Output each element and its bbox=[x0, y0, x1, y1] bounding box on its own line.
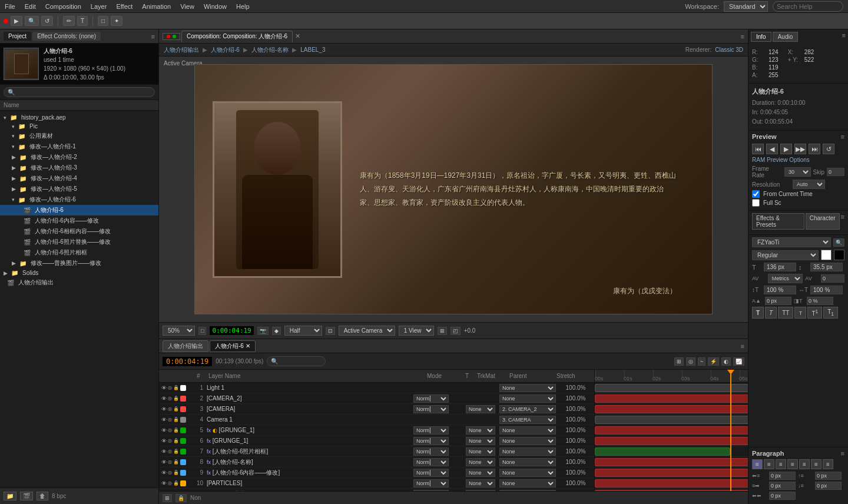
layer-row[interactable]: 👁 ◎ 🔒 7 fx [人物介绍-6照片相框] Normǀ None None … bbox=[159, 446, 594, 457]
timeline-graph-btn[interactable]: 📈 bbox=[733, 357, 744, 366]
tree-item[interactable]: 🎬人物介绍输出 bbox=[0, 277, 158, 288]
tracking-input[interactable] bbox=[821, 274, 844, 283]
parent-select-5[interactable]: None bbox=[499, 437, 556, 445]
indent-right-input[interactable] bbox=[769, 482, 796, 490]
menu-window[interactable]: Window bbox=[204, 3, 227, 10]
region-btn[interactable]: ⊡ bbox=[326, 327, 335, 335]
tree-item[interactable]: ▶📁修改—人物介绍-2 bbox=[0, 152, 158, 163]
toolbar-rotate[interactable]: ↺ bbox=[41, 16, 53, 26]
track-row-7[interactable] bbox=[595, 457, 748, 467]
layer-lock-6[interactable]: 🔒 bbox=[173, 449, 179, 454]
font-style-select[interactable]: Regular Bold Italic bbox=[752, 250, 819, 260]
info-tab[interactable]: Info bbox=[751, 32, 771, 42]
font-size-input[interactable] bbox=[764, 263, 796, 271]
toolbar-text[interactable]: T bbox=[77, 16, 88, 26]
transparency-btn[interactable]: ◰ bbox=[450, 327, 461, 335]
layer-lock-5[interactable]: 🔒 bbox=[173, 438, 179, 443]
track-bar-9[interactable] bbox=[595, 479, 748, 488]
menu-composition[interactable]: Composition bbox=[45, 3, 81, 10]
track-bar-3[interactable] bbox=[595, 416, 748, 424]
layer-lock-8[interactable]: 🔒 bbox=[173, 470, 179, 475]
preview-loop-btn[interactable]: ↺ bbox=[823, 144, 834, 154]
menu-help[interactable]: Help bbox=[236, 3, 250, 10]
trkmat-select-4[interactable]: None bbox=[466, 426, 495, 435]
font-color-swatch[interactable] bbox=[821, 250, 832, 260]
timeline-tab-main[interactable]: 人物介绍-6 ✕ bbox=[210, 340, 256, 352]
toolbar-shape[interactable]: □ bbox=[98, 16, 108, 26]
timeline-bottom-expand[interactable]: ⊞ bbox=[163, 494, 172, 502]
framerate-select[interactable]: 30 24 60 bbox=[784, 167, 810, 177]
workspace-select[interactable]: Standard bbox=[724, 1, 768, 12]
quality-select[interactable]: Half Full Quarter bbox=[284, 326, 322, 336]
timeline-panel-menu[interactable]: ≡ bbox=[741, 343, 744, 350]
mode-select-9[interactable]: Normǀ bbox=[413, 479, 449, 488]
fit-comp-btn[interactable]: □ bbox=[198, 327, 206, 335]
layer-row[interactable]: 👁 ◎ 🔒 8 fx [人物介绍-名称] Normǀ None None 100… bbox=[159, 457, 594, 467]
tree-item[interactable]: ▶📁修改—人物介绍-3 bbox=[0, 163, 158, 173]
preview-prev-btn[interactable]: ◀ bbox=[766, 144, 778, 154]
preview-last-btn[interactable]: ⏭ bbox=[809, 144, 820, 154]
layer-solo-4[interactable]: ◎ bbox=[168, 427, 172, 433]
left-panel-close[interactable]: ≡ bbox=[151, 33, 155, 40]
track-row-9[interactable] bbox=[595, 478, 748, 489]
parent-select-1[interactable]: None bbox=[499, 394, 556, 403]
timeline-bottom-lock[interactable]: 🔒 bbox=[175, 494, 187, 502]
tree-item[interactable]: 🎬人物介绍-6照片替换——修改 bbox=[0, 237, 158, 247]
leading-input[interactable] bbox=[810, 263, 843, 271]
effects-presets-tab[interactable]: Effects & Presets bbox=[752, 213, 804, 230]
align-justify-last-center-btn[interactable]: ≡ bbox=[811, 459, 822, 469]
menu-edit[interactable]: Edit bbox=[25, 3, 36, 10]
layer-solo-7[interactable]: ◎ bbox=[168, 459, 172, 465]
camera-select[interactable]: Active Camera bbox=[339, 326, 395, 336]
align-right-btn[interactable]: ≡ bbox=[776, 459, 786, 469]
show-alpha-btn[interactable]: ◆ bbox=[272, 327, 281, 335]
font-search-btn[interactable]: 🔍 bbox=[833, 238, 844, 247]
allcaps-style-btn[interactable]: TT bbox=[778, 307, 793, 319]
layer-lock-3[interactable]: 🔒 bbox=[173, 417, 179, 422]
layer-solo-2[interactable]: ◎ bbox=[168, 406, 172, 412]
track-bar-5[interactable] bbox=[595, 437, 748, 445]
tree-item[interactable]: 🎬人物介绍-6 bbox=[0, 205, 158, 215]
bold-style-btn[interactable]: T bbox=[752, 307, 764, 319]
align-justify-all-btn[interactable]: ≡ bbox=[823, 459, 833, 469]
layer-lock-2[interactable]: 🔒 bbox=[173, 406, 179, 412]
toolbar-pen[interactable]: ✏ bbox=[63, 16, 75, 26]
super-style-btn[interactable]: T1 bbox=[807, 307, 822, 319]
italic-style-btn[interactable]: T bbox=[765, 307, 777, 319]
preview-first-btn[interactable]: ⏮ bbox=[752, 144, 764, 154]
mode-select-7[interactable]: Normǀ bbox=[413, 458, 449, 466]
align-center-btn[interactable]: ≡ bbox=[764, 459, 774, 469]
audio-tab[interactable]: Audio bbox=[773, 32, 799, 42]
tree-item[interactable]: ▾📁公用素材 bbox=[0, 131, 158, 141]
layer-lock-1[interactable]: 🔒 bbox=[173, 396, 179, 401]
tree-item[interactable]: ▶📁修改—人物介绍-4 bbox=[0, 173, 158, 184]
help-search-input[interactable] bbox=[773, 1, 843, 12]
layer-solo-1[interactable]: ◎ bbox=[168, 396, 172, 401]
breadcrumb-2[interactable]: 人物介绍-6 bbox=[211, 46, 240, 54]
track-bar-6[interactable] bbox=[595, 447, 730, 456]
timeline-tab-output[interactable]: 人物介绍输出 bbox=[163, 340, 208, 352]
smallcaps-style-btn[interactable]: T bbox=[794, 307, 806, 319]
track-row-8[interactable] bbox=[595, 467, 748, 478]
project-tab[interactable]: Project bbox=[4, 32, 31, 41]
resolution-select[interactable]: Auto Full Half bbox=[793, 180, 825, 189]
from-current-checkbox[interactable] bbox=[752, 190, 760, 198]
menu-layer[interactable]: Layer bbox=[91, 3, 107, 10]
layer-lock-4[interactable]: 🔒 bbox=[173, 427, 179, 433]
mode-select-4[interactable]: Normǀ bbox=[413, 426, 449, 435]
zoom-select[interactable]: 50% 100% 25% bbox=[163, 326, 195, 336]
sub-style-btn[interactable]: T1 bbox=[823, 307, 838, 319]
track-bar-2[interactable] bbox=[595, 405, 748, 413]
ram-preview-options[interactable]: RAM Preview Options bbox=[752, 157, 844, 163]
first-indent-input[interactable] bbox=[769, 492, 796, 500]
layer-eye-1[interactable]: 👁 bbox=[161, 396, 167, 402]
effect-controls-tab[interactable]: Effect Controls: (none) bbox=[32, 32, 101, 41]
align-justify-last-left-btn[interactable]: ≡ bbox=[799, 459, 810, 469]
layer-row[interactable]: 👁 ◎ 🔒 9 fx [人物介绍-6内容——修改] Normǀ None Non… bbox=[159, 467, 594, 478]
parent-select-9[interactable]: None bbox=[499, 479, 556, 488]
preview-next-btn[interactable]: ▶▶ bbox=[794, 144, 806, 154]
toolbar-star[interactable]: ✦ bbox=[111, 16, 122, 26]
menu-file[interactable]: File bbox=[5, 3, 15, 10]
baseline-input[interactable] bbox=[765, 297, 791, 305]
trkmat-select-6[interactable]: None bbox=[466, 447, 495, 456]
